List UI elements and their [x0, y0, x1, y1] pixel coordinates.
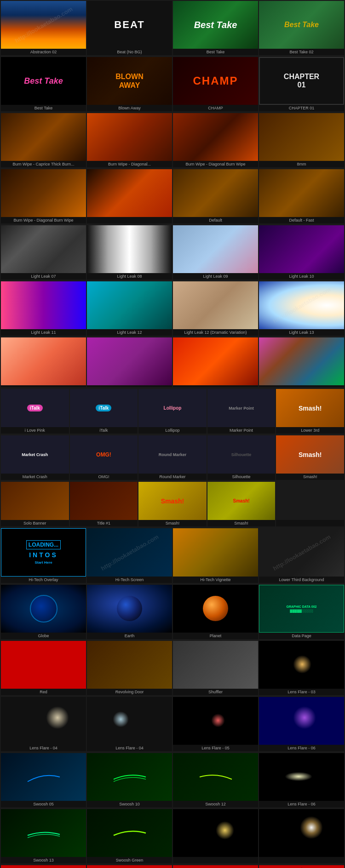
item-lleak11[interactable]: Light Leak 11 [1, 281, 86, 336]
label-besttake-pink: Best Take [1, 105, 86, 111]
item-datapage[interactable]: GRAPHIC DATA 002 ▓▓▓▓▓░░░░░ Data Page [259, 585, 344, 639]
thumb-italk-pink: iTalk [1, 389, 69, 427]
item-burnwipe4[interactable]: Burn Wipe - Diagonal Burn Wipe [1, 169, 86, 223]
thumb-lensflare07 [173, 809, 258, 857]
item-8mm[interactable]: 8mm [259, 113, 344, 167]
item-blownaway[interactable]: BLOWNAWAY Blown Away [87, 57, 172, 111]
item-besttake02[interactable]: Best Take Best Take 02 [259, 1, 344, 55]
item-marketcrash[interactable]: Market Crash Market Crash [1, 435, 69, 480]
item-swoosh12[interactable]: Swoosh 12 [173, 753, 258, 807]
item-lensflare05[interactable]: Lens Flare - 05 [173, 697, 258, 751]
item-burnwipe1[interactable]: Burn Wipe - Caprice Thick Burn... [1, 113, 86, 167]
label-lollipop: Lollipop [138, 427, 207, 434]
item-lleak07[interactable]: Light Leak 07 [1, 225, 86, 280]
item-lensflare03[interactable]: Lens Flare - 03 [259, 641, 344, 695]
label-omg: OMG! [70, 474, 138, 480]
item-lensflare07[interactable] [173, 809, 258, 863]
item-chapter01[interactable]: CHAPTER01 CHAPTER 01 [259, 57, 344, 111]
item-roundmarker[interactable]: Round Marker Round Marker [138, 435, 207, 480]
label-marketcrash: Market Crash [1, 474, 69, 480]
item-row3b[interactable] [87, 169, 172, 223]
label-lleak11: Light Leak 11 [1, 329, 86, 336]
item-hitechvig[interactable]: Hi-Tech Vignette [173, 528, 258, 582]
item-bottom-to-top-pause[interactable]: Bottom to Top Pause [87, 865, 172, 868]
label-earth: Earth [87, 633, 172, 639]
item-shuffler[interactable]: Shuffler [173, 641, 258, 695]
item-lensflare04a[interactable]: Lens Flare - 04 [1, 697, 86, 751]
item-swoosh10[interactable]: Swoosh 10 [87, 753, 172, 807]
label-empty1 [276, 520, 344, 522]
item-lleak08[interactable]: Light Leak 08 [87, 225, 172, 280]
item-abstraction02[interactable]: http://lookaetabao.com Abstraction 02 [1, 1, 86, 55]
item-lleak15[interactable] [87, 337, 172, 387]
label-8mm: 8mm [259, 161, 344, 167]
item-custom-horizontal[interactable]: Custom Horizontal [259, 865, 344, 868]
item-globe[interactable]: Globe [1, 585, 86, 639]
label-lensflare06a: Lens Flare - 06 [259, 745, 344, 751]
flare06a-glow [293, 706, 316, 729]
item-swoosh05[interactable]: Swoosh 05 [1, 753, 86, 807]
item-lensflare08[interactable] [259, 809, 344, 863]
item-champ[interactable]: CHAMP CHAMP [173, 57, 258, 111]
item-besttake-pink[interactable]: Best Take Best Take [1, 57, 86, 111]
item-lleak10[interactable]: Light Leak 10 [259, 225, 344, 280]
item-lowerthird[interactable]: http://lookaetabao.com Lower Third Backg… [259, 528, 344, 582]
flare07-glow [216, 821, 234, 839]
thumb-roundmarker: Round Marker [138, 435, 207, 474]
item-omg[interactable]: OMG! OMG! [70, 435, 138, 480]
item-burnwipe3[interactable]: Burn Wipe - Diagonal Burn Wipe [173, 113, 258, 167]
item-silhouette[interactable]: Silhouette Silhouette [207, 435, 276, 480]
item-swoosh13[interactable]: Swoosh 13 [1, 809, 86, 863]
item-lleak16[interactable] [173, 337, 258, 387]
thumb-blownaway: BLOWNAWAY [87, 57, 172, 105]
item-earth[interactable]: Earth [87, 585, 172, 639]
label-smash1: Lower 3rd [276, 427, 344, 434]
thumb-lensflare06a [259, 697, 344, 745]
item-italk[interactable]: iTalk iTalk [70, 389, 138, 434]
item-hitechscreen[interactable]: http://lookaetabao.com Hi-Tech Screen [87, 528, 172, 582]
item-bottom-to-top-pause-long[interactable]: Bottom to Top Pause Long [173, 865, 258, 868]
item-planet[interactable]: Planet [173, 585, 258, 639]
thumb-chapter01: CHAPTER01 [259, 57, 344, 105]
label-italk-pink: i Love Pink [1, 427, 69, 434]
label-lleak07: Light Leak 07 [1, 273, 86, 280]
item-italk-pink[interactable]: iTalk i Love Pink [1, 389, 69, 434]
thumb-empty1 [276, 482, 344, 520]
smash1-text: Smash! [299, 405, 322, 412]
item-defaultfast[interactable]: Default - Fast [259, 169, 344, 223]
item-default1[interactable]: Default [173, 169, 258, 223]
item-lollipop[interactable]: Lollipop Lollipop [138, 389, 207, 434]
item-smash4[interactable]: Smash! Smash! [207, 482, 276, 526]
item-markerpoint[interactable]: Marker Point Marker Point [207, 389, 276, 434]
item-besttake[interactable]: Best Take Best Take [173, 1, 258, 55]
item-title1[interactable]: Title #1 [70, 482, 138, 526]
label-besttake02: Best Take 02 [259, 49, 344, 55]
chapter01-text: CHAPTER01 [284, 73, 319, 89]
thumb-marketcrash: Market Crash [1, 435, 69, 474]
item-lensflare06b[interactable]: Lens Flare - 06 [259, 753, 344, 807]
hitech-starthere-text: Start Here [34, 560, 52, 565]
item-lensflare04b[interactable]: Lens Flare - 04 [87, 697, 172, 751]
item-smash2[interactable]: Smash! Smash! [276, 435, 344, 480]
item-burnwipe2[interactable]: Burn Wipe - Diagonal... [87, 113, 172, 167]
besttake-text: Best Take [194, 20, 237, 30]
item-hitechoverlay[interactable]: LOADING... INTOS Start Here Hi-Tech Over… [1, 528, 86, 582]
thumb-champ: CHAMP [173, 57, 258, 105]
item-swooshgreen[interactable]: Swoosh Green [87, 809, 172, 863]
item-smash1[interactable]: Smash! Lower 3rd [276, 389, 344, 434]
item-red[interactable]: Red [1, 641, 86, 695]
item-lensflare06a[interactable]: Lens Flare - 06 [259, 697, 344, 751]
item-lleak12c[interactable]: Light Leak 12 (Dramatic Variation) [173, 281, 258, 336]
item-lleak09[interactable]: Light Leak 09 [173, 225, 258, 280]
item-bottom-to-top[interactable]: Bottom To Top [1, 865, 86, 868]
item-lleak17[interactable] [259, 337, 344, 387]
item-beat[interactable]: BEAT Beat (No BG) [87, 1, 172, 55]
grid-effects2: Lens Flare - 04 Lens Flare - 04 Lens Fla… [0, 696, 345, 752]
item-lleak14[interactable] [1, 337, 86, 387]
item-solobanner[interactable]: Solo Banner [1, 482, 69, 526]
item-smash3[interactable]: Smash! Smash! [138, 482, 207, 526]
item-rotating[interactable]: Revolving Door [87, 641, 172, 695]
grid-social3: Solo Banner Title #1 Smash! Smash! Smash… [0, 481, 345, 527]
item-lleak12[interactable]: Light Leak 12 [87, 281, 172, 336]
item-lleak13[interactable]: http://lookaetabao.com Light Leak 13 [259, 281, 344, 336]
